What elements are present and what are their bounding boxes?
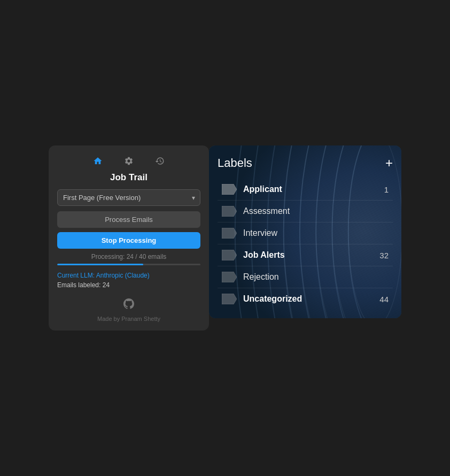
- label-name: Uncategorized: [243, 294, 376, 304]
- llm-info: Current LLM: Anthropic (Claude): [57, 272, 200, 279]
- labels-header: Labels +: [218, 156, 393, 170]
- tag-icon: [222, 206, 237, 217]
- list-item[interactable]: Uncategorized 44: [218, 288, 393, 310]
- list-item[interactable]: Interview: [218, 222, 393, 244]
- label-name: Job Alerts: [243, 250, 376, 260]
- made-by-text: Made by Pranam Shetty: [97, 316, 160, 322]
- label-name: Rejection: [243, 272, 376, 282]
- add-label-button[interactable]: +: [385, 157, 393, 170]
- progress-bar-track: [57, 264, 200, 265]
- tag-icon: [222, 250, 237, 260]
- label-name: Interview: [243, 228, 376, 238]
- tag-icon: [222, 294, 237, 304]
- right-panel: Labels + Applicant 1: [209, 145, 401, 318]
- list-item[interactable]: Assessment: [218, 201, 393, 222]
- label-name: Applicant: [243, 185, 376, 194]
- label-name: Assessment: [243, 206, 376, 216]
- processing-status: Processing: 24 / 40 emails: [57, 253, 200, 260]
- svg-marker-18: [222, 272, 237, 282]
- emails-labeled: Emails labeled: 24: [57, 281, 200, 289]
- page-select-wrapper: First Page (Free Version) All Pages (Pro…: [57, 189, 200, 206]
- settings-button[interactable]: [122, 154, 136, 168]
- history-icon: [155, 156, 165, 166]
- svg-marker-19: [222, 294, 237, 304]
- svg-marker-16: [222, 228, 237, 239]
- label-count: 32: [376, 251, 389, 260]
- svg-marker-15: [222, 206, 237, 217]
- labels-list: Applicant 1 Assessment: [218, 179, 393, 310]
- home-icon: [93, 156, 103, 166]
- gear-icon: [124, 156, 134, 166]
- home-button[interactable]: [91, 154, 105, 168]
- history-button[interactable]: [153, 154, 167, 168]
- github-icon: [122, 297, 135, 313]
- tag-icon: [222, 184, 237, 195]
- svg-marker-17: [222, 250, 237, 260]
- process-emails-button[interactable]: Process Emails: [57, 211, 200, 228]
- ui-container: Job Trail First Page (Free Version) All …: [49, 145, 401, 331]
- list-item[interactable]: Applicant 1: [218, 179, 393, 201]
- tag-icon: [222, 228, 237, 239]
- page-select[interactable]: First Page (Free Version) All Pages (Pro…: [57, 189, 200, 206]
- svg-marker-14: [222, 184, 237, 195]
- label-count: 44: [376, 295, 389, 304]
- panel-title: Job Trail: [57, 172, 200, 183]
- list-item[interactable]: Job Alerts 32: [218, 244, 393, 266]
- stop-processing-button[interactable]: Stop Processing: [57, 232, 200, 249]
- footer: Made by Pranam Shetty: [57, 297, 200, 322]
- list-item[interactable]: Rejection: [218, 266, 393, 288]
- tag-icon: [222, 272, 237, 282]
- panel-header: [57, 154, 200, 168]
- left-panel: Job Trail First Page (Free Version) All …: [49, 145, 209, 331]
- labels-title: Labels: [218, 156, 252, 170]
- labels-content: Labels + Applicant 1: [209, 145, 401, 318]
- progress-bar-fill: [57, 264, 143, 265]
- label-count: 1: [376, 185, 389, 194]
